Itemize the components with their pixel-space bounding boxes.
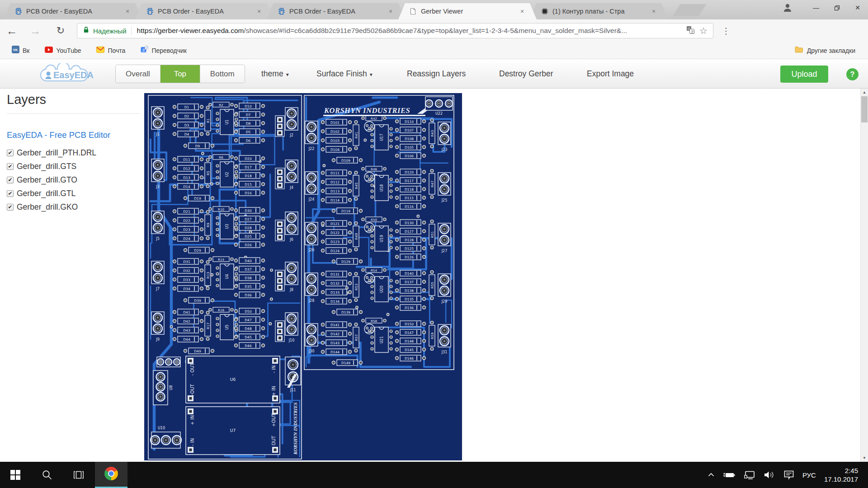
task-view-icon[interactable] — [68, 462, 90, 488]
browser-tab[interactable]: (1) Контур платы - Стра✕ — [530, 3, 668, 19]
layer-checkbox[interactable]: ✔ — [7, 163, 14, 170]
bookmark-label[interactable]: YouTube — [56, 47, 81, 54]
easyeda-editor-link[interactable]: EasyEDA - Free PCB Editor — [7, 130, 110, 140]
minimize-button[interactable]: — — [806, 0, 826, 15]
toolbar-menu-reassign-layers[interactable]: Reassign Layers — [407, 59, 466, 89]
toolbar-menu-theme[interactable]: theme▾ — [261, 59, 289, 89]
bookmark-item[interactable]: YouTube — [45, 47, 81, 55]
tray-chevron-icon[interactable] — [708, 472, 715, 478]
scrollbar-thumb[interactable] — [861, 96, 868, 122]
silkscreen-label: D23 — [183, 228, 190, 232]
page-scrollbar[interactable]: ▲ ▼ — [860, 89, 868, 462]
chrome-taskbar-button[interactable] — [95, 462, 127, 488]
silkscreen-label: D21 — [183, 210, 190, 214]
easyeda-logo[interactable]: EasyEDA — [30, 63, 102, 86]
view-button-top[interactable]: Top — [160, 65, 200, 83]
layer-label[interactable]: Gerber_drill_PTH.DRL — [17, 148, 96, 158]
close-button[interactable]: ✕ — [847, 0, 868, 15]
taskbar-search-icon[interactable] — [36, 462, 58, 488]
upload-button[interactable]: Upload — [780, 66, 828, 83]
tab-close-icon[interactable]: ✕ — [124, 9, 131, 14]
url-host[interactable]: https://gerber-viewer.easyeda.com — [137, 27, 244, 34]
translate-page-icon[interactable]: G文 — [686, 26, 695, 36]
silkscreen-label: D140 — [405, 272, 414, 276]
bookmark-label[interactable]: Вк — [23, 47, 29, 54]
profile-avatar-icon[interactable] — [777, 0, 798, 15]
browser-tab[interactable]: PCB Order - EasyEDA✕ — [267, 3, 405, 19]
bookmark-label[interactable]: Почта — [108, 47, 125, 54]
scroll-down-icon[interactable]: ▼ — [861, 454, 868, 462]
silkscreen-label: D11 — [183, 158, 190, 162]
help-icon[interactable]: ? — [846, 68, 859, 80]
layer-row[interactable]: ✔Gerber_drill.GTL — [7, 187, 144, 200]
silkscreen-label: U7 — [230, 428, 236, 433]
gerber-canvas[interactable]: J1D1D2D3D4D9R1R2U1D10D7D8D5D6J2J3D11D12D… — [144, 93, 462, 460]
action-center-icon[interactable] — [783, 470, 794, 480]
browser-tab[interactable]: PCB Order - EasyEDA✕ — [135, 3, 274, 19]
new-tab-button[interactable] — [673, 4, 707, 16]
clock-time: 2:45 — [824, 466, 858, 475]
layer-checkbox[interactable]: ✔ — [7, 204, 14, 211]
layer-label[interactable]: Gerber_drill.GTS — [17, 162, 76, 171]
browser-tab[interactable]: Gerber Viewer✕ — [398, 3, 537, 19]
tab-close-icon[interactable]: ✕ — [650, 9, 657, 14]
menu-label[interactable]: Surface Finish — [316, 69, 367, 79]
bookmark-label[interactable]: Переводчик — [151, 47, 187, 54]
speaker-icon[interactable] — [764, 470, 775, 479]
address-bar[interactable]: Надежный https://gerber-viewer.easyeda.c… — [77, 23, 713, 38]
tab-close-icon[interactable]: ✕ — [387, 9, 394, 14]
language-indicator[interactable]: РУС — [802, 471, 816, 479]
restore-button[interactable] — [826, 0, 847, 15]
tab-close-icon[interactable]: ✕ — [519, 9, 526, 14]
bookmark-item[interactable]: 文GПереводчик — [141, 46, 187, 55]
battery-icon[interactable] — [723, 471, 736, 479]
url-path[interactable]: /showcase/#!id=c6ca6dd8b2c911e79ed5026a8… — [244, 27, 627, 34]
tab-close-icon[interactable]: ✕ — [255, 9, 263, 14]
reload-icon[interactable]: ↻ — [52, 19, 69, 42]
layer-row[interactable]: ✔Gerber_drill.GTO — [7, 173, 144, 187]
url-text[interactable]: https://gerber-viewer.easyeda.com/showca… — [137, 27, 682, 35]
layer-checkbox[interactable]: ✔ — [7, 190, 14, 197]
menu-label[interactable]: Export Image — [587, 69, 634, 79]
layer-label[interactable]: Gerber_drill.GTO — [17, 175, 77, 185]
layer-checkbox[interactable]: ✔ — [7, 177, 14, 183]
toolbar-menu-destroy-gerber[interactable]: Destroy Gerber — [499, 59, 553, 89]
secure-lock-icon[interactable] — [83, 26, 90, 35]
silkscreen-label: D124 — [330, 249, 340, 253]
silkscreen-label: D34 — [183, 287, 190, 291]
browser-tab[interactable]: PCB Order - EasyEDA✕ — [4, 3, 142, 19]
silkscreen-label: D44 — [183, 338, 190, 342]
security-label[interactable]: Надежный — [93, 27, 127, 35]
toolbar-menu-export-image[interactable]: Export Image — [587, 59, 634, 89]
clock[interactable]: 2:45 17.10.2017 — [824, 466, 858, 483]
layer-row[interactable]: ✔Gerber_drill_PTH.DRL — [7, 146, 144, 160]
bookmark-item[interactable]: Почта — [96, 47, 125, 55]
silkscreen-label: D19 — [194, 197, 201, 201]
layer-row[interactable]: ✔Gerber_drill.GTS — [7, 160, 144, 173]
silkscreen-label: D7 — [246, 113, 251, 117]
bookmark-star-icon[interactable]: ☆ — [699, 27, 708, 35]
start-button-icon[interactable] — [5, 462, 26, 488]
chrome-menu-icon[interactable]: ⋮ — [718, 19, 734, 42]
layer-row[interactable]: ✔Gerber_drill.GKO — [7, 200, 144, 214]
other-bookmarks[interactable]: Другие закладки — [795, 46, 855, 55]
bookmark-item[interactable]: VKВк — [12, 46, 29, 55]
silkscreen-label: D3 — [184, 123, 189, 127]
menu-label[interactable]: Reassign Layers — [407, 69, 466, 79]
taskbar-left — [0, 462, 90, 488]
toolbar-menu-surface-finish[interactable]: Surface Finish▾ — [316, 59, 373, 89]
scroll-up-icon[interactable]: ▲ — [861, 89, 868, 96]
layer-label[interactable]: Gerber_drill.GKO — [17, 202, 78, 212]
layer-label[interactable]: Gerber_drill.GTL — [17, 189, 75, 198]
network-icon[interactable] — [744, 470, 755, 479]
silkscreen-label: U17 — [380, 134, 384, 141]
silkscreen-label: R47 — [430, 180, 434, 187]
back-icon[interactable]: ← — [4, 19, 20, 42]
menu-label[interactable]: theme — [261, 69, 283, 79]
other-bookmarks-label[interactable]: Другие закладки — [807, 47, 855, 54]
silkscreen-label: R45 — [354, 182, 359, 189]
view-button-overall[interactable]: Overall — [116, 65, 160, 83]
menu-label[interactable]: Destroy Gerber — [499, 69, 553, 79]
view-button-bottom[interactable]: Bottom — [200, 65, 245, 83]
layer-checkbox[interactable]: ✔ — [7, 150, 14, 156]
